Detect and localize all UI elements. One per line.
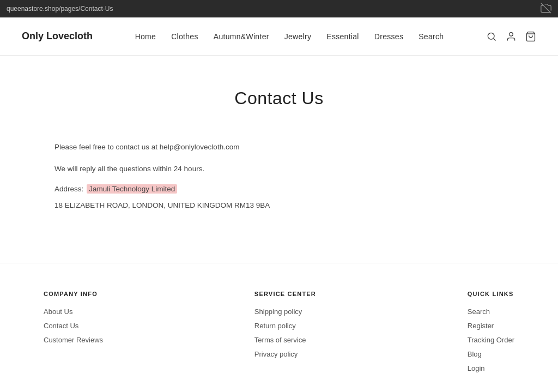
- nav-clothes[interactable]: Clothes: [171, 32, 198, 41]
- address-line: Address: Jamuli Technology Limited: [54, 184, 536, 194]
- footer-link-contact[interactable]: Contact Us: [44, 322, 78, 330]
- footer-link-tracking[interactable]: Tracking Order: [468, 336, 514, 344]
- site-header: Only Lovecloth Home Clothes Autumn&Winte…: [0, 17, 558, 56]
- footer-columns: COMPANY INFO About Us Contact Us Custome…: [44, 291, 514, 378]
- header-icons: [486, 31, 536, 42]
- nav-home[interactable]: Home: [135, 32, 156, 41]
- address-label: Address:: [54, 185, 83, 193]
- nav-essential[interactable]: Essential: [326, 32, 359, 41]
- footer-col-service-heading: SERVICE CENTER: [254, 291, 316, 297]
- footer-col-company-heading: COMPANY INFO: [44, 291, 103, 297]
- footer-col-quicklinks-links: Search Register Tracking Order Blog Logi…: [468, 307, 514, 372]
- nav-jewelry[interactable]: Jewelry: [284, 32, 312, 41]
- footer-col-quicklinks: QUICK LINKS Search Register Tracking Ord…: [468, 291, 514, 378]
- footer-col-quicklinks-heading: QUICK LINKS: [468, 291, 514, 297]
- contact-line-2: We will reply all the questions within 2…: [54, 163, 536, 175]
- footer-link-register[interactable]: Register: [468, 322, 494, 330]
- search-icon[interactable]: [486, 31, 497, 42]
- footer-link-search[interactable]: Search: [468, 307, 490, 316]
- cart-icon[interactable]: [525, 31, 536, 42]
- footer-link-privacy[interactable]: Privacy policy: [254, 350, 298, 358]
- footer-link-shipping[interactable]: Shipping policy: [254, 307, 302, 316]
- contact-info: Please feel free to contact us at help@o…: [22, 141, 536, 209]
- company-name: Jamuli Technology Limited: [87, 184, 177, 194]
- footer-col-company-links: About Us Contact Us Customer Reviews: [44, 307, 103, 344]
- camera-off-icon: [541, 3, 551, 14]
- svg-point-1: [488, 33, 494, 39]
- account-icon[interactable]: [506, 31, 517, 42]
- nav-dresses[interactable]: Dresses: [374, 32, 403, 41]
- main-nav: Home Clothes Autumn&Winter Jewelry Essen…: [135, 32, 444, 41]
- footer-link-blog[interactable]: Blog: [468, 350, 482, 358]
- footer-link-return[interactable]: Return policy: [254, 322, 296, 330]
- url-text: queenastore.shop/pages/Contact-Us: [7, 5, 113, 13]
- main-content: Contact Us Please feel free to contact u…: [0, 56, 558, 263]
- nav-search[interactable]: Search: [418, 32, 444, 41]
- page-title: Contact Us: [22, 88, 536, 108]
- svg-point-3: [510, 32, 513, 36]
- nav-autumn-winter[interactable]: Autumn&Winter: [214, 32, 269, 41]
- footer-col-company: COMPANY INFO About Us Contact Us Custome…: [44, 291, 103, 378]
- url-bar: queenastore.shop/pages/Contact-Us: [7, 5, 113, 13]
- footer-link-login[interactable]: Login: [468, 364, 485, 372]
- svg-line-2: [494, 38, 496, 40]
- address-full: 18 ELIZABETH ROAD, LONDON, UNITED KINGDO…: [54, 201, 536, 209]
- footer-col-service: SERVICE CENTER Shipping policy Return po…: [254, 291, 316, 378]
- footer-link-terms[interactable]: Terms of service: [254, 336, 306, 344]
- footer-link-reviews[interactable]: Customer Reviews: [44, 336, 103, 344]
- site-footer: COMPANY INFO About Us Contact Us Custome…: [0, 263, 558, 392]
- browser-bar: queenastore.shop/pages/Contact-Us: [0, 0, 558, 17]
- site-logo[interactable]: Only Lovecloth: [22, 31, 93, 42]
- footer-link-about[interactable]: About Us: [44, 307, 72, 316]
- svg-line-0: [541, 3, 551, 13]
- browser-controls: [541, 3, 551, 15]
- footer-col-service-links: Shipping policy Return policy Terms of s…: [254, 307, 316, 358]
- contact-line-1: Please feel free to contact us at help@o…: [54, 141, 536, 153]
